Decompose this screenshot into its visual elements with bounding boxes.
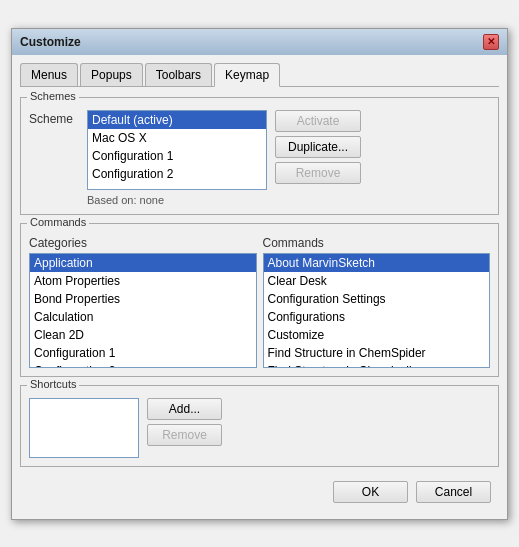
tab-keymap[interactable]: Keymap	[214, 63, 280, 87]
shortcuts-box	[29, 398, 139, 458]
remove-shortcut-button[interactable]: Remove	[147, 424, 222, 446]
content-area: Menus Popups Toolbars Keymap Schemes Sch…	[12, 55, 507, 519]
add-shortcut-button[interactable]: Add...	[147, 398, 222, 420]
cat-atom-properties[interactable]: Atom Properties	[30, 272, 256, 290]
customize-window: Customize ✕ Menus Popups Toolbars Keymap…	[11, 28, 508, 520]
scheme-item-config2[interactable]: Configuration 2	[88, 165, 266, 183]
cmd-cleardesk[interactable]: Clear Desk	[264, 272, 490, 290]
cmd-chemspider[interactable]: Find Structure in ChemSpider	[264, 344, 490, 362]
duplicate-button[interactable]: Duplicate...	[275, 136, 361, 158]
cancel-button[interactable]: Cancel	[416, 481, 491, 503]
schemes-row: Scheme Default (active) Mac OS X Configu…	[29, 110, 490, 190]
commands-inner: Categories Application Atom Properties B…	[29, 236, 490, 368]
cat-calculation[interactable]: Calculation	[30, 308, 256, 326]
cmd-configurations[interactable]: Configurations	[264, 308, 490, 326]
based-on-text: Based on: none	[87, 194, 490, 206]
cat-config2[interactable]: Configuration 2	[30, 362, 256, 368]
tab-bar: Menus Popups Toolbars Keymap	[20, 63, 499, 87]
scheme-item-config1[interactable]: Configuration 1	[88, 147, 266, 165]
scheme-list[interactable]: Default (active) Mac OS X Configuration …	[87, 110, 267, 190]
tab-menus[interactable]: Menus	[20, 63, 78, 86]
shortcuts-section-label: Shortcuts	[27, 378, 79, 390]
tab-toolbars[interactable]: Toolbars	[145, 63, 212, 86]
commands-section: Commands Categories Application Atom Pro…	[20, 223, 499, 377]
close-button[interactable]: ✕	[483, 34, 499, 50]
cat-bond-properties[interactable]: Bond Properties	[30, 290, 256, 308]
footer: OK Cancel	[20, 475, 499, 511]
remove-scheme-button[interactable]: Remove	[275, 162, 361, 184]
categories-header: Categories	[29, 236, 257, 250]
cmd-configsettings[interactable]: Configuration Settings	[264, 290, 490, 308]
commands-section-label: Commands	[27, 216, 89, 228]
scheme-item-macosx[interactable]: Mac OS X	[88, 129, 266, 147]
tab-popups[interactable]: Popups	[80, 63, 143, 86]
schemes-section-label: Schemes	[27, 90, 79, 102]
commands-column: Commands About MarvinSketch Clear Desk C…	[263, 236, 491, 368]
shortcuts-buttons: Add... Remove	[147, 398, 222, 458]
cmd-customize[interactable]: Customize	[264, 326, 490, 344]
cmd-chemicalize[interactable]: Find Structure in Chemicalize	[264, 362, 490, 368]
commands-list[interactable]: About MarvinSketch Clear Desk Configurat…	[263, 253, 491, 368]
categories-column: Categories Application Atom Properties B…	[29, 236, 257, 368]
cmd-about[interactable]: About MarvinSketch	[264, 254, 490, 272]
commands-header: Commands	[263, 236, 491, 250]
shortcuts-section: Shortcuts Add... Remove	[20, 385, 499, 467]
schemes-section: Schemes Scheme Default (active) Mac OS X…	[20, 97, 499, 215]
scheme-item-default[interactable]: Default (active)	[88, 111, 266, 129]
categories-list[interactable]: Application Atom Properties Bond Propert…	[29, 253, 257, 368]
cat-config1[interactable]: Configuration 1	[30, 344, 256, 362]
activate-button[interactable]: Activate	[275, 110, 361, 132]
scheme-label: Scheme	[29, 110, 79, 126]
scheme-buttons: Activate Duplicate... Remove	[275, 110, 361, 184]
shortcuts-inner: Add... Remove	[29, 398, 490, 458]
cat-clean2d[interactable]: Clean 2D	[30, 326, 256, 344]
title-bar: Customize ✕	[12, 29, 507, 55]
cat-application[interactable]: Application	[30, 254, 256, 272]
ok-button[interactable]: OK	[333, 481, 408, 503]
window-title: Customize	[20, 35, 81, 49]
